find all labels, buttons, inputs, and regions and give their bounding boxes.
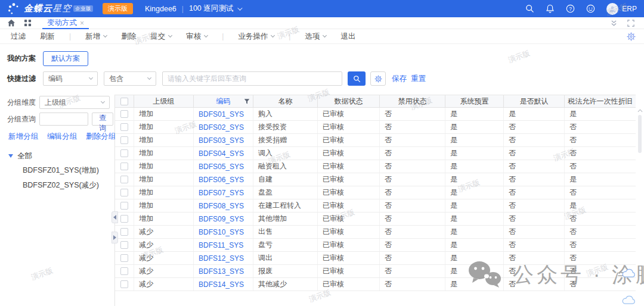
vertical-scrollbar[interactable]	[637, 108, 643, 306]
cloud-assistant-icon[interactable]	[622, 268, 636, 280]
row-checkbox[interactable]	[120, 163, 128, 170]
cell-code-link[interactable]: BDFS10_SYS	[194, 226, 253, 238]
cloud-assistant-icon-secondary[interactable]	[622, 295, 636, 306]
home-icon[interactable]	[7, 19, 16, 27]
user-menu[interactable]: ERP	[606, 3, 637, 15]
search-icon[interactable]	[525, 4, 534, 13]
group-action-link[interactable]: 编辑分组	[47, 132, 77, 142]
notification-bell-icon[interactable]	[546, 4, 555, 13]
cell-code-link[interactable]: BDFS01_SYS	[194, 108, 253, 120]
table-row[interactable]: 增加 BDFS02_SYS 接受投资 已审核 否 是 否 否	[115, 121, 636, 134]
column-header-system-preset[interactable]: 系统预置	[445, 95, 504, 107]
table-row[interactable]: 增加 BDFS05_SYS 融资租入 已审核 否 是 否 否	[115, 160, 636, 173]
row-checkbox[interactable]	[120, 228, 128, 236]
row-checkbox[interactable]	[120, 176, 128, 183]
column-header-name[interactable]: 名称	[253, 95, 318, 107]
cell-code-link[interactable]: BDFS04_SYS	[194, 147, 253, 160]
column-header-parent-group[interactable]: 上级组	[134, 95, 194, 107]
toolbar-button[interactable]: 选项	[305, 32, 326, 42]
column-header-data-status[interactable]: 数据状态	[318, 95, 380, 107]
column-header-is-default[interactable]: 是否默认	[504, 95, 565, 107]
toolbar-button[interactable]: 提交	[150, 32, 172, 42]
panel-collapse-handle[interactable]	[112, 211, 118, 223]
cell-code-link[interactable]: BDFS03_SYS	[194, 134, 253, 146]
table-row[interactable]: 增加 BDFS04_SYS 调入 已审核 否 是 否 否	[115, 147, 636, 160]
toolbar-button[interactable]: 新增	[85, 32, 107, 42]
search-button[interactable]	[348, 71, 366, 86]
keyword-search-input[interactable]	[162, 71, 342, 86]
filter-field-select[interactable]: 编码	[43, 71, 98, 86]
tab-change-method[interactable]: 变动方式 ×	[45, 17, 86, 29]
tree-node-group[interactable]: BDFSFZ02_SYS(减少)	[7, 178, 110, 193]
panel-expand-handle[interactable]	[112, 232, 118, 243]
row-checkbox[interactable]	[120, 241, 128, 249]
cell-code-link[interactable]: BDFS13_SYS	[194, 265, 253, 277]
table-row[interactable]: 减少 BDFS13_SYS 报废 已审核 否 是 否 否	[115, 265, 636, 278]
organization-selector[interactable]: 100 逐同测试	[189, 4, 233, 14]
tree-node-group[interactable]: BDFSFZ01_SYS(增加)	[7, 163, 110, 178]
table-row[interactable]: 增加 BDFS07_SYS 盘盈 已审核 否 是 否 否	[115, 186, 636, 199]
table-row[interactable]: 增加 BDFS09_SYS 其他增加 已审核 否 是 否 否	[115, 213, 636, 226]
row-checkbox[interactable]	[120, 215, 128, 223]
select-all-checkbox[interactable]	[120, 98, 128, 105]
row-checkbox[interactable]	[120, 189, 128, 196]
filter-funnel-icon[interactable]	[244, 98, 250, 105]
table-row[interactable]: 减少 BDFS11_SYS 盘亏 已审核 否 是 否 否	[115, 239, 636, 252]
collapse-tabs-icon[interactable]	[610, 20, 618, 27]
filter-settings-button[interactable]	[370, 71, 386, 86]
table-row[interactable]: 减少 BDFS14_SYS 其他减少 已审核 否 是 否 否	[115, 278, 636, 291]
toolbar-button[interactable]: 退出	[340, 32, 355, 42]
help-icon[interactable]: ?	[566, 4, 575, 13]
cell-code-link[interactable]: BDFS02_SYS	[194, 121, 253, 133]
row-checkbox[interactable]	[120, 110, 128, 118]
toolbar-button[interactable]: 过滤	[11, 32, 26, 42]
row-checkbox[interactable]	[120, 149, 128, 157]
filter-operator-select[interactable]: 包含	[104, 71, 156, 86]
scrollbar-thumb[interactable]	[638, 115, 642, 153]
group-query-input[interactable]	[39, 113, 88, 126]
avatar[interactable]	[606, 3, 618, 15]
cell-code-link[interactable]: BDFS14_SYS	[194, 278, 253, 291]
cell-code-link[interactable]: BDFS06_SYS	[194, 173, 253, 186]
assistant-icon[interactable]	[586, 4, 595, 13]
table-row[interactable]: 减少 BDFS12_SYS 调出 已审核 否 是 否 否	[115, 252, 636, 265]
toolbar-button[interactable]: 删除	[121, 32, 136, 42]
toolbar-button[interactable]: 刷新	[40, 32, 55, 42]
row-checkbox[interactable]	[120, 123, 128, 131]
group-query-button[interactable]: 查询	[92, 113, 113, 126]
apps-grid-icon[interactable]	[24, 19, 32, 27]
table-row[interactable]: 增加 BDFS01_SYS 购入 已审核 否 是 是 是	[115, 108, 636, 121]
row-checkbox[interactable]	[120, 202, 128, 210]
fullscreen-icon[interactable]	[627, 20, 634, 27]
column-header-tax-one-time[interactable]: 税法允许一次性折旧	[565, 95, 636, 107]
toolbar-button[interactable]: 审核	[186, 32, 208, 42]
table-row[interactable]: 减少 BDFS10_SYS 出售 已审核 否 是 否 否	[115, 226, 636, 239]
tab-close-icon[interactable]: ×	[80, 19, 84, 27]
cell-code-link[interactable]: BDFS11_SYS	[194, 239, 253, 251]
group-dimension-select[interactable]: 上级组	[39, 96, 110, 109]
column-header-code[interactable]: 编码	[194, 95, 253, 107]
chevron-down-icon[interactable]	[237, 5, 242, 10]
cell-code-link[interactable]: BDFS05_SYS	[194, 160, 253, 173]
table-row[interactable]: 增加 BDFS08_SYS 在建工程转入 已审核 否 是 否 是	[115, 199, 636, 213]
save-filter-link[interactable]: 保存	[392, 74, 407, 84]
scroll-up-arrow-icon[interactable]	[637, 108, 643, 113]
cell-code-link[interactable]: BDFS08_SYS	[194, 199, 253, 212]
group-action-link[interactable]: 新增分组	[8, 132, 38, 142]
default-scheme-button[interactable]: 默认方案	[43, 51, 88, 66]
row-checkbox[interactable]	[120, 136, 128, 144]
row-checkbox[interactable]	[120, 254, 128, 262]
table-row[interactable]: 增加 BDFS06_SYS 自建 已审核 否 是 否 是	[115, 173, 636, 186]
column-header-disable-status[interactable]: 禁用状态	[380, 95, 445, 107]
reset-filter-link[interactable]: 重置	[411, 74, 426, 84]
cell-code-link[interactable]: BDFS07_SYS	[194, 186, 253, 199]
cell-code-link[interactable]: BDFS09_SYS	[194, 213, 253, 225]
toolbar-settings-gear-icon[interactable]	[627, 32, 636, 41]
row-checkbox[interactable]	[120, 267, 128, 275]
table-row[interactable]: 增加 BDFS03_SYS 接受捐赠 已审核 否 是 否 否	[115, 134, 636, 147]
tree-expand-icon[interactable]	[8, 154, 13, 158]
group-action-link[interactable]: 删除分组	[86, 132, 116, 142]
cell-code-link[interactable]: BDFS12_SYS	[194, 252, 253, 264]
toolbar-button[interactable]: 业务操作	[238, 32, 274, 42]
row-checkbox[interactable]	[120, 280, 128, 288]
